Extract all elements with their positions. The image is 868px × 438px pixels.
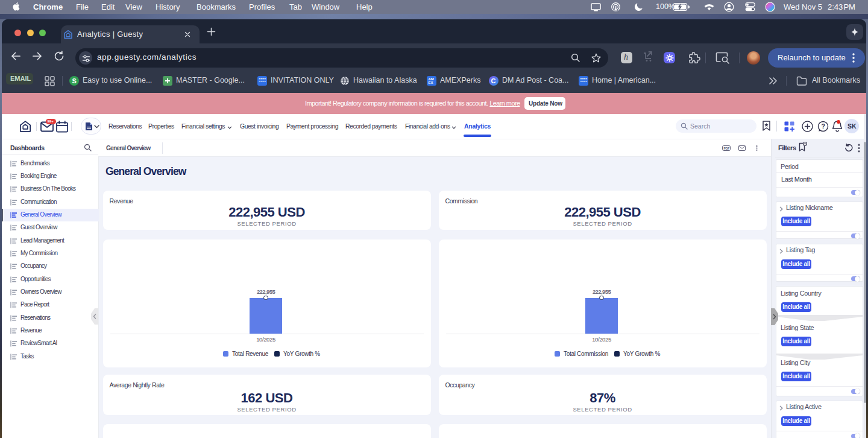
svg-text:?: ? xyxy=(822,122,825,130)
